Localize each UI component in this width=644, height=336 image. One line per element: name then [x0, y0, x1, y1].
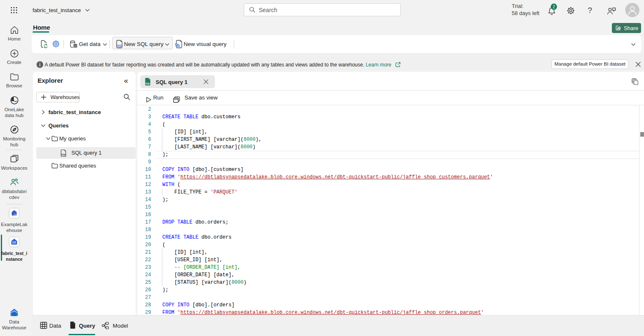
svg-text:2: 2 — [553, 5, 555, 9]
svg-text:SQL: SQL — [146, 82, 151, 85]
svg-text:SQL: SQL — [61, 153, 66, 156]
svg-text:SQL: SQL — [117, 44, 122, 48]
